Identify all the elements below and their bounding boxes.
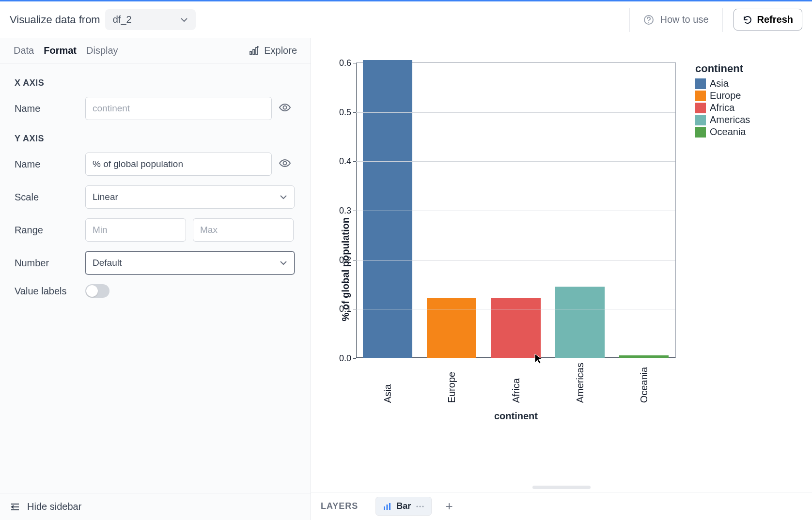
dataframe-select[interactable]: df_2 (105, 9, 196, 30)
yaxis-header: Y AXIS (15, 134, 296, 144)
xtick-label: Americas (575, 363, 586, 403)
chevron-down-icon (280, 193, 287, 201)
yaxis-name-label: Name (15, 159, 85, 170)
legend-item[interactable]: Oceania (695, 126, 750, 138)
yaxis-scale-label: Scale (15, 192, 85, 203)
more-icon (416, 505, 424, 508)
xaxis-visibility-toggle[interactable] (279, 101, 291, 116)
sidebar: Data Format Display Explore X AXIS Name (0, 38, 311, 520)
yaxis-number-label: Number (15, 258, 85, 269)
explore-button[interactable]: Explore (249, 45, 297, 56)
svg-point-17 (422, 505, 424, 507)
bar-asia[interactable] (363, 60, 412, 358)
refresh-icon (743, 15, 752, 25)
legend-item[interactable]: Africa (695, 102, 750, 113)
yaxis-scale-value: Linear (93, 192, 118, 202)
add-layer-button[interactable]: + (441, 499, 456, 514)
xtick-label: Oceania (639, 363, 650, 403)
yaxis-range-label: Range (15, 225, 85, 236)
help-icon (643, 15, 654, 25)
xaxis-name-input[interactable] (85, 97, 272, 120)
legend-item[interactable]: Americas (695, 114, 750, 125)
eye-icon (279, 101, 291, 114)
explore-chart-icon (249, 46, 259, 56)
layers-label: LAYERS (321, 501, 358, 511)
xtick-label: Europe (446, 363, 457, 403)
svg-rect-12 (384, 506, 385, 510)
bar-chart-icon (383, 502, 391, 511)
yaxis-visibility-toggle[interactable] (279, 157, 291, 171)
layer-chip-bar[interactable]: Bar (375, 497, 432, 516)
dataframe-value: df_2 (113, 14, 132, 25)
refresh-button[interactable]: Refresh (734, 9, 802, 31)
yaxis-scale-select[interactable]: Linear (85, 185, 295, 209)
ytick-label: 0.0 (339, 353, 356, 364)
legend-label: Asia (710, 78, 729, 89)
chevron-down-icon (180, 16, 188, 24)
ytick-label: 0.5 (339, 107, 356, 117)
legend-label: Europe (710, 90, 741, 101)
svg-rect-3 (253, 49, 254, 55)
chevron-down-icon (280, 259, 287, 267)
legend-swatch (695, 115, 706, 125)
topbar-title: Visualize data from (10, 14, 100, 26)
bar-europe[interactable] (427, 298, 476, 358)
svg-rect-4 (256, 47, 257, 55)
yaxis-range-min-input[interactable] (85, 218, 186, 242)
valuelabels-toggle[interactable] (85, 284, 109, 298)
how-to-use-label: How to use (660, 14, 708, 25)
refresh-label: Refresh (757, 14, 793, 25)
bar-americas[interactable] (555, 287, 605, 358)
legend-label: Americas (710, 114, 750, 125)
topbar: Visualize data from df_2 How to use Refr… (0, 1, 812, 38)
yaxis-number-value: Default (93, 258, 122, 268)
legend-label: Africa (710, 102, 734, 113)
yaxis-range-max-input[interactable] (193, 218, 294, 242)
collapse-sidebar-icon (10, 502, 20, 512)
layers-bar: LAYERS Bar + (311, 492, 812, 520)
yaxis-number-select[interactable]: Default (85, 251, 295, 275)
eye-icon (279, 157, 291, 169)
ytick-label: 0.4 (339, 156, 356, 167)
xaxis-header: X AXIS (15, 78, 296, 88)
xaxis-name-label: Name (15, 103, 85, 114)
legend-swatch (695, 78, 706, 89)
svg-rect-2 (250, 51, 251, 55)
svg-point-15 (417, 505, 418, 507)
bar-africa[interactable] (491, 298, 540, 358)
legend-swatch (695, 127, 706, 138)
legend-item[interactable]: Europe (695, 90, 750, 101)
hide-sidebar-button[interactable]: Hide sidebar (0, 493, 311, 520)
layer-chip-label: Bar (396, 501, 411, 511)
legend-label: Oceania (710, 126, 746, 138)
ytick-label: 0.2 (339, 255, 356, 265)
resize-handle[interactable] (532, 486, 591, 489)
xtick-label: Africa (511, 363, 522, 403)
chart-legend: continent AsiaEuropeAfricaAmericasOceani… (695, 62, 750, 476)
how-to-use-button[interactable]: How to use (629, 8, 722, 32)
tab-data[interactable]: Data (14, 45, 34, 56)
legend-swatch (695, 91, 706, 101)
ytick-label: 0.6 (339, 58, 356, 68)
legend-title: continent (695, 62, 750, 75)
explore-label: Explore (264, 45, 297, 56)
tab-format[interactable]: Format (44, 45, 77, 56)
svg-point-1 (648, 21, 649, 22)
valuelabels-label: Value labels (15, 286, 85, 297)
ytick-label: 0.3 (339, 206, 356, 216)
ytick-label: 0.1 (339, 304, 356, 314)
legend-item[interactable]: Asia (695, 78, 750, 89)
yaxis-name-input[interactable] (85, 153, 272, 176)
legend-swatch (695, 103, 706, 113)
bar-oceania[interactable] (619, 355, 669, 358)
svg-point-7 (283, 106, 287, 109)
hide-sidebar-label: Hide sidebar (27, 501, 81, 512)
chart-canvas: % of global population 0.00.10.20.30.40.… (311, 38, 812, 520)
chart-xlabel: continent (356, 411, 676, 422)
svg-rect-14 (389, 503, 390, 510)
sidebar-tabs: Data Format Display Explore (0, 38, 311, 63)
xtick-label: Asia (382, 363, 393, 403)
svg-rect-13 (387, 505, 388, 510)
svg-point-16 (420, 505, 421, 507)
tab-display[interactable]: Display (86, 45, 118, 56)
